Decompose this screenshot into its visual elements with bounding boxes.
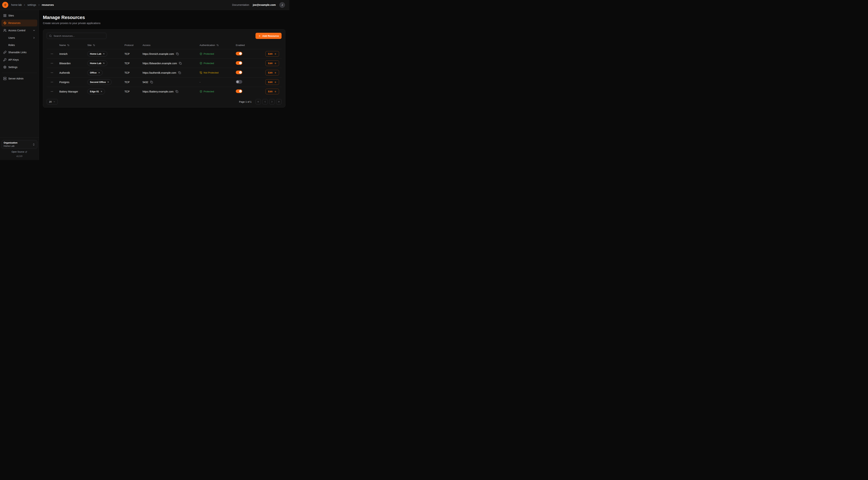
- edit-button[interactable]: Edit: [266, 89, 279, 94]
- table-header-row: Name Site Protocol Access: [47, 41, 282, 49]
- ellipsis-icon: [51, 62, 53, 65]
- table-row: Immich Home Lab TCP https://immich.examp…: [47, 49, 282, 58]
- copy-button[interactable]: [178, 71, 181, 74]
- sidebar-item-roles[interactable]: Roles: [1, 41, 37, 48]
- arrow-right-icon: [274, 62, 277, 65]
- site-name: Home Lab: [90, 53, 101, 55]
- page-size-select[interactable]: 20: [47, 99, 58, 104]
- open-source-link[interactable]: Open Source: [1, 151, 37, 153]
- sidebar-item-users[interactable]: Users: [1, 34, 37, 41]
- chevron-right-icon: [23, 4, 26, 6]
- resource-name: Immich: [57, 53, 85, 55]
- column-enabled-label: Enabled: [236, 44, 245, 47]
- arrow-right-icon: [274, 71, 277, 74]
- sidebar-item-sites[interactable]: Sites: [1, 12, 37, 19]
- previous-page-button[interactable]: [262, 99, 268, 104]
- row-menu-button[interactable]: [50, 61, 55, 66]
- column-site: Site: [85, 44, 122, 47]
- next-page-button[interactable]: [269, 99, 275, 104]
- site-link-button[interactable]: Second Office: [87, 79, 112, 85]
- add-resource-label: Add Resource: [262, 35, 279, 37]
- sidebar-item-label: Settings: [8, 66, 18, 69]
- breadcrumb-settings[interactable]: settings: [27, 3, 36, 6]
- edit-label: Edit: [268, 81, 273, 84]
- enabled-toggle[interactable]: [236, 61, 242, 65]
- copy-button[interactable]: [175, 90, 179, 93]
- sidebar-item-label: API Keys: [8, 58, 19, 61]
- documentation-link[interactable]: Documentation: [232, 3, 249, 6]
- protocol: TCP: [122, 71, 141, 74]
- row-menu-button[interactable]: [50, 51, 55, 57]
- copy-button[interactable]: [176, 52, 179, 56]
- site-name: Second Office: [90, 81, 106, 84]
- sidebar-item-access-control[interactable]: Access Control: [1, 27, 37, 34]
- edit-button[interactable]: Edit: [266, 60, 279, 66]
- avatar[interactable]: J: [279, 2, 285, 8]
- add-resource-button[interactable]: Add Resource: [255, 33, 282, 39]
- table-row: Battery Manager Edge 01 TCP https://batt…: [47, 87, 282, 96]
- sidebar-item-label: Users: [8, 36, 15, 39]
- row-menu-button[interactable]: [50, 89, 55, 94]
- sidebar-item-shareable-links[interactable]: Shareable Links: [1, 49, 37, 56]
- chevrons-right-icon: [278, 100, 280, 103]
- organization-switcher[interactable]: Organization Home Lab: [1, 140, 37, 149]
- sort-icon[interactable]: [216, 44, 219, 46]
- sidebar-item-settings[interactable]: Settings: [1, 64, 37, 70]
- first-page-button[interactable]: [255, 99, 261, 104]
- chevrons-left-icon: [257, 100, 259, 103]
- sidebar-item-label: Server Admin: [8, 77, 24, 80]
- copy-button[interactable]: [179, 62, 182, 65]
- auth-status: -: [197, 81, 234, 84]
- copy-button[interactable]: [150, 80, 153, 84]
- shell: Sites Resources Access Control Users Rol…: [0, 10, 289, 160]
- sidebar-item-label: Sites: [8, 14, 14, 17]
- resources-table: Name Site Protocol Access: [47, 41, 282, 96]
- resource-name: Battery Manager: [57, 90, 85, 93]
- shield-check-icon: [199, 53, 202, 55]
- auth-status: Protected: [197, 53, 234, 55]
- edit-button[interactable]: Edit: [266, 51, 279, 57]
- arrow-up-right-icon: [107, 81, 109, 83]
- chevron-right-icon: [271, 100, 273, 103]
- auth-status-label: -: [199, 81, 200, 84]
- toggle-knob: [239, 52, 242, 55]
- row-menu-button[interactable]: [50, 80, 55, 85]
- copy-icon: [150, 81, 153, 84]
- open-source-label: Open Source: [11, 151, 24, 153]
- sort-icon[interactable]: [67, 44, 69, 46]
- sidebar-item-api-keys[interactable]: API Keys: [1, 56, 37, 63]
- column-name-label: Name: [59, 44, 66, 47]
- site-link-button[interactable]: Home Lab: [87, 51, 107, 57]
- edit-button[interactable]: Edit: [266, 70, 279, 76]
- app-logo-icon[interactable]: [2, 2, 8, 8]
- row-menu-button[interactable]: [50, 70, 55, 75]
- copy-icon: [178, 71, 181, 74]
- access-port: 5432: [143, 81, 148, 84]
- toggle-knob: [236, 81, 239, 83]
- enabled-toggle[interactable]: [236, 70, 242, 74]
- sidebar-item-resources[interactable]: Resources: [1, 20, 37, 26]
- auth-status-label: Protected: [204, 62, 214, 65]
- search-input[interactable]: [53, 34, 104, 37]
- last-page-button[interactable]: [276, 99, 282, 104]
- sort-icon[interactable]: [93, 44, 95, 46]
- breadcrumb-org[interactable]: home-lab: [11, 3, 22, 6]
- site-link-button[interactable]: Edge 01: [87, 89, 105, 94]
- access-url: https://authentik.example.com: [143, 71, 176, 74]
- shield-off-icon: [199, 71, 202, 74]
- gear-icon: [3, 65, 6, 69]
- enabled-toggle[interactable]: [236, 80, 242, 84]
- sidebar-item-server-admin[interactable]: Server Admin: [1, 75, 37, 82]
- site-link-button[interactable]: Office: [87, 70, 102, 76]
- site-link-button[interactable]: Home Lab: [87, 60, 107, 66]
- access-url: https://immich.example.com: [143, 53, 174, 55]
- protocol: TCP: [122, 81, 141, 84]
- enabled-toggle[interactable]: [236, 89, 242, 93]
- auth-status-label: Protected: [204, 90, 214, 93]
- link-icon: [3, 51, 6, 54]
- enabled-toggle[interactable]: [236, 52, 242, 55]
- copy-icon: [179, 62, 182, 65]
- arrow-up-right-icon: [98, 72, 100, 74]
- edit-button[interactable]: Edit: [266, 79, 279, 85]
- edit-label: Edit: [268, 90, 273, 93]
